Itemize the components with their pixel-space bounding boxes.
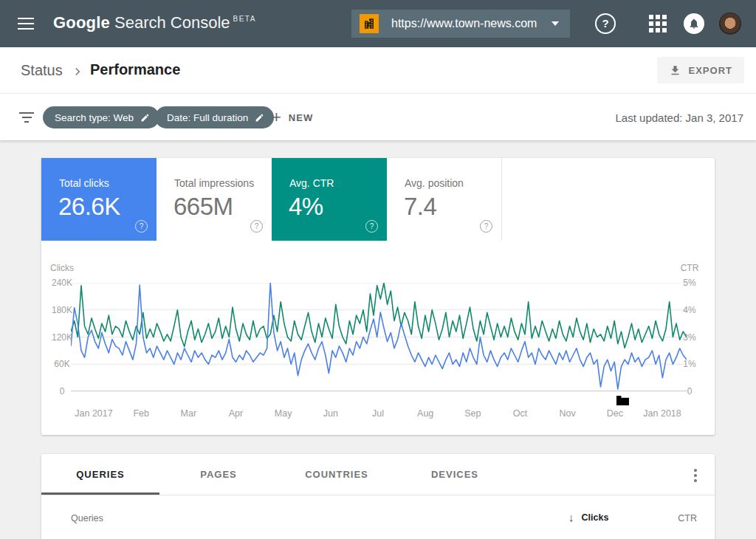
- metric-label: Avg. position: [405, 177, 464, 189]
- metric-value: 4%: [289, 193, 323, 221]
- table-header-row: Queries ↓ Clicks CTR: [41, 495, 715, 539]
- metric-value: 665M: [173, 193, 233, 221]
- y-axis-tick-left: 240K: [41, 278, 83, 288]
- logo-brand: Google: [53, 13, 110, 32]
- plus-icon: +: [272, 108, 281, 127]
- filter-chip-search-type[interactable]: Search type: Web: [43, 106, 159, 128]
- logo-product: Search Console: [114, 13, 230, 32]
- last-updated-text: Last updated: Jan 3, 2017: [616, 111, 743, 124]
- filter-list-icon[interactable]: [19, 112, 34, 123]
- metric-tile-total-clicks[interactable]: Total clicks 26.6K ?: [41, 158, 157, 241]
- y-axis-tick-left: 0: [41, 386, 83, 396]
- chart-area: Clicks CTR Jan 2017FebMarAprMayJunJulAug…: [41, 261, 715, 435]
- more-options-icon[interactable]: [690, 469, 701, 482]
- metric-label: Avg. CTR: [289, 177, 334, 189]
- app-logo: GoogleSearch ConsoleBETA: [53, 13, 256, 32]
- breadcrumb-parent[interactable]: Status: [21, 62, 63, 79]
- column-header-queries: Queries: [71, 513, 103, 523]
- breadcrumb-bar: Status Performance EXPORT: [0, 47, 756, 93]
- column-header-clicks[interactable]: ↓ Clicks: [568, 511, 608, 523]
- sort-descending-icon: ↓: [568, 511, 574, 523]
- x-axis-tick: Dec: [607, 408, 623, 419]
- y-axis-tick-left: 180K: [41, 305, 83, 315]
- x-axis-tick: Jun: [323, 408, 338, 419]
- x-axis-tick: Feb: [133, 408, 149, 419]
- property-url: https://www.town-news.com: [391, 17, 551, 30]
- y-axis-tick-right: 5%: [673, 278, 706, 288]
- help-icon[interactable]: ?: [595, 13, 616, 34]
- filter-bar: Search type: Web Date: Full duration + N…: [0, 93, 756, 140]
- right-axis-title: CTR: [673, 263, 706, 273]
- column-header-ctr[interactable]: CTR: [678, 513, 697, 523]
- apps-grid-icon[interactable]: [649, 15, 667, 32]
- help-icon[interactable]: ?: [250, 220, 263, 233]
- new-filter-label: NEW: [289, 112, 313, 123]
- left-axis-title: Clicks: [41, 263, 83, 273]
- dimensions-table-card: QUERIES PAGES COUNTRIES DEVICES Queries …: [41, 454, 715, 539]
- chevron-right-icon: [71, 65, 84, 78]
- x-axis-tick: Jan 2018: [643, 408, 681, 419]
- logo-beta-badge: BETA: [233, 15, 256, 23]
- export-label: EXPORT: [689, 65, 732, 76]
- y-axis-tick-left: 60K: [41, 359, 83, 369]
- chip-label: Date: Full duration: [167, 112, 248, 123]
- dropdown-caret-icon: [551, 21, 559, 26]
- y-axis-tick-right: 1%: [673, 359, 706, 369]
- metric-tiles: Total clicks 26.6K ? Total impressions 6…: [41, 158, 502, 241]
- x-axis-tick: Oct: [513, 408, 527, 419]
- table-tabs: QUERIES PAGES COUNTRIES DEVICES: [41, 454, 715, 495]
- export-button[interactable]: EXPORT: [657, 57, 744, 83]
- edit-pencil-icon: [140, 113, 150, 123]
- app-bar: GoogleSearch ConsoleBETA https://www.tow…: [0, 0, 756, 47]
- help-icon[interactable]: ?: [135, 220, 148, 233]
- chart-plot-svg[interactable]: [71, 283, 687, 391]
- x-axis-ticks: Jan 2017FebMarAprMayJunJulAugSepOctNovDe…: [71, 408, 687, 423]
- help-icon[interactable]: ?: [480, 220, 492, 233]
- user-avatar[interactable]: [719, 13, 741, 35]
- performance-chart-card: Total clicks 26.6K ? Total impressions 6…: [41, 158, 715, 435]
- filter-chip-date[interactable]: Date: Full duration: [155, 106, 274, 128]
- property-selector[interactable]: https://www.town-news.com: [351, 10, 570, 38]
- metric-tile-avg-position[interactable]: Avg. position 7.4 ?: [387, 158, 502, 241]
- metric-value: 7.4: [404, 193, 436, 221]
- tab-pages[interactable]: PAGES: [159, 454, 278, 495]
- notifications-bell-icon[interactable]: [684, 13, 704, 34]
- y-axis-tick-right: 0: [673, 386, 706, 396]
- tab-countries[interactable]: COUNTRIES: [278, 454, 396, 495]
- help-icon[interactable]: ?: [365, 220, 378, 233]
- metric-label: Total clicks: [59, 177, 109, 189]
- x-axis-tick: Sep: [464, 408, 481, 419]
- x-axis-tick: Jan 2017: [75, 408, 112, 419]
- new-filter-button[interactable]: + NEW: [272, 106, 313, 128]
- y-axis-tick-right: 4%: [673, 305, 706, 315]
- edit-pencil-icon: [255, 113, 264, 123]
- building-icon: [362, 17, 376, 30]
- metric-value: 26.6K: [58, 193, 120, 221]
- x-axis-tick: Apr: [229, 408, 243, 419]
- x-axis-tick: Nov: [560, 408, 576, 419]
- metric-tile-total-impressions[interactable]: Total impressions 665M ?: [157, 158, 272, 241]
- property-icon: [360, 14, 379, 33]
- x-axis-tick: Mar: [181, 408, 197, 419]
- tab-queries[interactable]: QUERIES: [41, 454, 159, 495]
- x-axis-tick: May: [275, 408, 292, 419]
- y-axis-tick-right: 3%: [673, 332, 706, 343]
- y-axis-tick-left: 120K: [41, 332, 83, 343]
- x-axis-tick: Jul: [372, 408, 384, 419]
- menu-icon[interactable]: [18, 18, 34, 30]
- metric-tile-avg-ctr[interactable]: Avg. CTR 4% ?: [272, 158, 387, 241]
- chip-label: Search type: Web: [55, 112, 134, 123]
- tab-devices[interactable]: DEVICES: [396, 454, 514, 495]
- page-title: Performance: [90, 61, 180, 78]
- download-icon: [669, 64, 681, 77]
- metric-label: Total impressions: [174, 177, 254, 189]
- x-axis-tick: Aug: [417, 408, 433, 419]
